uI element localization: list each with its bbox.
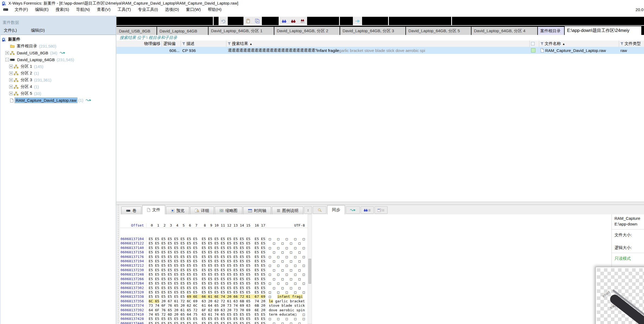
menu-item[interactable]: 搜索(S) bbox=[52, 7, 73, 12]
tree-item[interactable]: +分区 5(33) bbox=[1, 90, 116, 97]
menu-item[interactable]: 导航(N) bbox=[73, 7, 93, 12]
column-header[interactable]: 文件类型 bbox=[619, 41, 644, 47]
expand-icon[interactable]: + bbox=[9, 65, 13, 68]
logical-offset-cell: 606... bbox=[162, 48, 181, 53]
expand-icon[interactable]: + bbox=[5, 51, 9, 55]
data-tab[interactable]: E:\app-down\题目工作区\24meiy bbox=[565, 26, 642, 35]
mode-tab[interactable]: 详细 bbox=[190, 207, 214, 214]
menu-item[interactable]: 查看(V) bbox=[93, 7, 114, 12]
menu-bar: 文件(F)编辑(E)搜索(S)导航(N)查看(V)工具(T)专业工具(I)选项(… bbox=[0, 6, 644, 13]
tree-item-count: (1) bbox=[34, 71, 39, 76]
search-hit-list-button[interactable] bbox=[361, 206, 374, 214]
column-header[interactable]: 文件名称▲ bbox=[539, 41, 619, 47]
data-tab[interactable]: David_Laptop_64GB, 分区 5 bbox=[406, 27, 471, 35]
hex-row: 06068137230E5 E5 E5 E5 E5 E5 E5 E5 E5 E5… bbox=[120, 268, 308, 272]
data-tab[interactable]: David_Laptop_64GB bbox=[157, 27, 209, 35]
tree-item-count: (145) bbox=[34, 64, 44, 69]
drive-icon bbox=[3, 8, 8, 11]
tree-item[interactable]: 案件根目录(231,580) bbox=[1, 43, 116, 50]
toolbar-segment bbox=[307, 17, 339, 25]
tree-item-count: (231,361) bbox=[34, 78, 51, 82]
mode-tab[interactable]: 预览 bbox=[166, 207, 189, 214]
toolbar-segment bbox=[262, 17, 279, 25]
hex-row: 06068137122E5 E5 E5 E5 E5 E5 E5 E5 E5 E5… bbox=[120, 241, 308, 246]
tree-item[interactable]: 新案件 bbox=[1, 36, 116, 43]
mode-tab[interactable]: 缩略图 bbox=[215, 207, 242, 214]
viewed-flag-icon[interactable] bbox=[531, 48, 535, 53]
collapse-icon[interactable]: - bbox=[5, 58, 9, 61]
menu-item[interactable]: 工具(T) bbox=[114, 7, 134, 12]
continue-arrow-icon[interactable] bbox=[353, 17, 362, 25]
copy-icon[interactable]: B bbox=[253, 17, 262, 25]
previewtab-icon bbox=[171, 209, 174, 212]
app-icon bbox=[2, 1, 6, 6]
filter-funnel-icon[interactable] bbox=[541, 42, 544, 45]
data-tab[interactable]: David_Laptop_64GB, 分区 1 bbox=[209, 27, 274, 35]
menu-item[interactable]: 窗口(W) bbox=[183, 7, 204, 12]
data-tab[interactable]: David_USB_8GB bbox=[116, 27, 157, 35]
squiggle-arrow-button[interactable] bbox=[346, 206, 360, 214]
tree-item[interactable]: +分区 4(1) bbox=[1, 83, 116, 90]
search-icon[interactable] bbox=[279, 17, 289, 25]
paste-icon[interactable] bbox=[243, 17, 253, 25]
mode-tab-label: 时间轴 bbox=[254, 208, 266, 213]
data-tab[interactable]: David_Laptop_64GB, 分区 4 bbox=[471, 27, 538, 35]
menu-item[interactable]: 帮助(H) bbox=[204, 7, 225, 12]
tree-item[interactable]: +David_USB_8GB(34) bbox=[1, 50, 116, 56]
text-hit-highlight: le bbox=[269, 299, 273, 303]
expand-icon[interactable]: + bbox=[9, 78, 13, 82]
tree-item-label: 新案件 bbox=[7, 37, 21, 42]
case-panel-menu-item[interactable]: 编辑(D) bbox=[31, 28, 45, 33]
tree-item-label: RAM_Capture_David_Laptop.raw bbox=[15, 98, 77, 103]
resize-updown-button[interactable]: ↕ bbox=[304, 206, 312, 214]
data-tab[interactable]: David_Laptop_64GB, 分区 3 bbox=[340, 27, 406, 35]
magnifier-button[interactable] bbox=[313, 206, 326, 214]
data-tab[interactable]: 案件根目录 bbox=[538, 27, 565, 35]
tree-item[interactable]: +分区 3(231,361) bbox=[1, 77, 116, 83]
toolbar-segment bbox=[214, 17, 219, 25]
filter-funnel-icon[interactable] bbox=[228, 42, 231, 45]
tree-item[interactable]: +分区 1(145) bbox=[1, 63, 116, 70]
hex-row: 06068137158E5 E5 E5 E5 E5 E5 E5 E5 E5 E5… bbox=[120, 250, 308, 254]
column-header[interactable]: 搜索结果▲ bbox=[226, 41, 530, 47]
mode-tab[interactable]: 文件 bbox=[142, 205, 165, 214]
search-hit-row[interactable]: 606...CP 936遷遷遷遷遷遷遷遷遷遷遷遷遷遷遷遷遷遷遷遷遷遷遷?infa… bbox=[116, 47, 644, 54]
file-icon bbox=[10, 98, 14, 103]
tree-item[interactable]: +分区 2(1) bbox=[1, 70, 116, 77]
column-header[interactable]: 描述 bbox=[181, 41, 226, 47]
menu-item[interactable]: 专业工具(I) bbox=[134, 7, 161, 12]
mode-tab[interactable]: 时间轴 bbox=[243, 207, 271, 214]
menu-items: 文件(F)编辑(E)搜索(S)导航(N)查看(V)工具(T)专业工具(I)选项(… bbox=[11, 7, 225, 12]
column-header[interactable]: 逻辑偏 bbox=[162, 41, 181, 47]
filter-funnel-icon[interactable] bbox=[620, 42, 623, 45]
expand-icon[interactable]: + bbox=[9, 85, 13, 89]
partition-icon bbox=[14, 71, 18, 75]
hex-scrollbar-thumb[interactable] bbox=[308, 259, 311, 284]
tree-item[interactable]: -David_Laptop_64GB(231,545) bbox=[1, 56, 116, 63]
sync-tab[interactable]: 同步 bbox=[327, 205, 345, 214]
expand-icon[interactable]: + bbox=[9, 71, 13, 75]
panel-grip[interactable] bbox=[116, 205, 120, 324]
menu-item[interactable]: 文件(F) bbox=[11, 7, 31, 12]
column-header[interactable] bbox=[530, 41, 539, 47]
case-panel-menu-item[interactable]: 文件(L) bbox=[4, 28, 17, 33]
expand-icon[interactable]: + bbox=[9, 92, 13, 95]
tree-item[interactable]: RAM_Capture_David_Laptop.raw(1) bbox=[1, 97, 116, 104]
hex-row: 06068137446E5 E5 E5 E5 E5 E5 E5 E5 E5 E5… bbox=[120, 321, 308, 324]
column-header-label: 逻辑偏 bbox=[163, 41, 175, 46]
horizontal-splitter[interactable] bbox=[116, 202, 644, 205]
mode-tab[interactable]: 卷 bbox=[121, 207, 141, 214]
mode-tab[interactable]: 图例说明 bbox=[272, 207, 303, 214]
filter-funnel-icon[interactable] bbox=[182, 42, 185, 45]
menu-item[interactable]: 选项(O) bbox=[161, 7, 183, 12]
undo-icon[interactable] bbox=[219, 17, 228, 25]
hex-scrollbar[interactable] bbox=[308, 214, 312, 324]
event-list-button[interactable] bbox=[375, 206, 388, 214]
column-header[interactable]: 物理偏移 bbox=[116, 41, 162, 47]
data-tab[interactable]: David_Laptop_64GB, 分区 2 bbox=[274, 27, 340, 35]
hex-search-icon[interactable]: HEX bbox=[298, 17, 307, 25]
menu-item[interactable]: 编辑(E) bbox=[31, 7, 52, 12]
partition-icon bbox=[14, 92, 18, 96]
text-hit-highlight: infant fragi bbox=[277, 294, 303, 299]
search-again-icon[interactable] bbox=[289, 17, 298, 25]
